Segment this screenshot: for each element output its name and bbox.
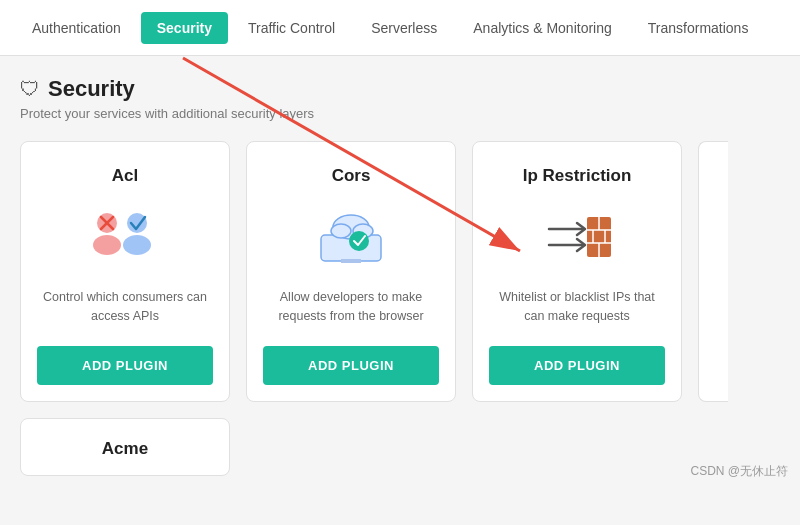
card-cors-title: Cors — [332, 166, 371, 186]
card-cors: Cors Allow developers to make requests f… — [246, 141, 456, 402]
nav-tab-traffic-control[interactable]: Traffic Control — [232, 12, 351, 44]
ip-svg-icon — [537, 207, 617, 267]
add-plugin-button-acl[interactable]: ADD PLUGIN — [37, 346, 213, 385]
card-ip-restriction: Ip Restriction — [472, 141, 682, 402]
card-ip-icon-area — [537, 202, 617, 272]
acl-svg-icon — [85, 207, 165, 267]
card-acl: Acl Control which consumers can — [20, 141, 230, 402]
section-title: Security — [48, 76, 135, 102]
card-acl-icon-area — [85, 202, 165, 272]
card-ip-desc: Whitelist or blacklist IPs that can make… — [489, 288, 665, 326]
card-cors-icon-area — [311, 202, 391, 272]
nav-tab-serverless[interactable]: Serverless — [355, 12, 453, 44]
card-cors-desc: Allow developers to make requests from t… — [263, 288, 439, 326]
svg-point-11 — [349, 231, 369, 251]
svg-point-5 — [123, 235, 151, 255]
add-plugin-button-cors[interactable]: ADD PLUGIN — [263, 346, 439, 385]
card-acl-title: Acl — [112, 166, 138, 186]
shield-icon: 🛡 — [20, 78, 40, 101]
section-header: 🛡 Security — [20, 76, 780, 102]
add-plugin-button-ip[interactable]: ADD PLUGIN — [489, 346, 665, 385]
nav-tab-analytics[interactable]: Analytics & Monitoring — [457, 12, 628, 44]
section-subtitle: Protect your services with additional se… — [20, 106, 780, 121]
card-partial — [698, 141, 728, 402]
cards-row: Acl Control which consumers can — [20, 141, 780, 402]
cors-svg-icon — [311, 207, 391, 267]
card-acl-desc: Control which consumers can access APIs — [37, 288, 213, 326]
watermark: CSDN @无休止符 — [690, 463, 788, 480]
nav-tab-transformations[interactable]: Transformations — [632, 12, 765, 44]
nav-tab-security[interactable]: Security — [141, 12, 228, 44]
card-bottom-acme-title: Acme — [102, 439, 148, 459]
page-content: 🛡 Security Protect your services with ad… — [0, 56, 800, 492]
svg-point-1 — [93, 235, 121, 255]
bottom-row: Acme — [20, 418, 780, 476]
svg-rect-7 — [341, 259, 361, 263]
nav-bar: AuthenticationSecurityTraffic ControlSer… — [0, 0, 800, 56]
svg-point-9 — [331, 224, 351, 238]
nav-tab-authentication[interactable]: Authentication — [16, 12, 137, 44]
card-bottom-acme: Acme — [20, 418, 230, 476]
card-ip-title: Ip Restriction — [523, 166, 632, 186]
